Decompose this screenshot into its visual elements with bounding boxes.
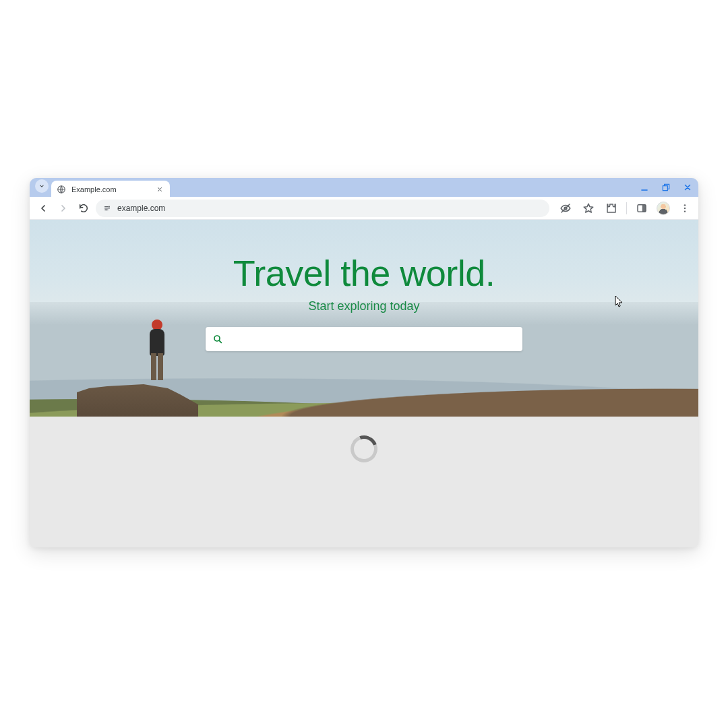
tab-strip: Example.com: [30, 178, 698, 197]
toolbar-divider: [626, 202, 627, 214]
hero-banner: Travel the world. Start exploring today: [30, 220, 698, 417]
hero-cliff-graphic: [77, 376, 198, 417]
menu-button[interactable]: [677, 200, 693, 216]
window-controls: [639, 178, 693, 197]
toolbar-actions: [553, 200, 693, 216]
globe-icon: [57, 185, 66, 194]
eye-off-icon: [559, 202, 572, 214]
svg-point-3: [109, 206, 110, 207]
reload-button[interactable]: [75, 200, 92, 216]
hero-subtitle: Start exploring today: [30, 299, 698, 313]
tab-search-dropdown[interactable]: [35, 179, 49, 193]
svg-rect-7: [642, 204, 646, 212]
mouse-cursor: [615, 295, 624, 309]
hero-search-bar[interactable]: [206, 327, 522, 351]
star-icon: [582, 202, 595, 214]
loading-spinner: [346, 431, 382, 466]
svg-rect-2: [663, 186, 667, 191]
svg-point-10: [684, 210, 686, 212]
browser-window: Example.com: [30, 178, 698, 547]
chevron-down-icon: [38, 183, 45, 189]
extensions-button[interactable]: [603, 200, 619, 216]
incognito-indicator[interactable]: [557, 200, 574, 216]
sidepanel-icon: [636, 202, 648, 214]
puzzle-icon: [605, 202, 617, 214]
svg-point-8: [684, 204, 686, 206]
close-window-button[interactable]: [682, 182, 693, 193]
page-content: Travel the world. Start exploring today: [30, 220, 698, 547]
browser-toolbar: [30, 197, 698, 220]
hero-search-input[interactable]: [230, 327, 516, 351]
profile-avatar[interactable]: [657, 202, 670, 215]
address-bar[interactable]: [96, 200, 549, 217]
minimize-icon: [640, 183, 649, 192]
tab-title: Example.com: [71, 185, 150, 193]
tab-close-button[interactable]: [155, 185, 164, 194]
bookmark-button[interactable]: [580, 200, 597, 216]
browser-tab[interactable]: Example.com: [51, 181, 170, 198]
arrow-right-icon: [58, 203, 69, 214]
url-input[interactable]: [117, 204, 543, 213]
close-icon: [683, 183, 692, 192]
search-icon: [212, 334, 223, 344]
sidepanel-button[interactable]: [634, 200, 650, 216]
reload-icon: [78, 203, 89, 214]
restore-button[interactable]: [661, 182, 671, 193]
site-settings-icon: [102, 204, 112, 213]
restore-icon: [661, 183, 671, 192]
arrow-left-icon: [38, 203, 49, 214]
svg-point-4: [105, 209, 107, 210]
forward-button[interactable]: [55, 200, 71, 216]
page-body: [30, 417, 698, 547]
close-icon: [156, 186, 163, 193]
back-button[interactable]: [35, 200, 51, 216]
minimize-button[interactable]: [639, 182, 650, 193]
more-vert-icon: [679, 203, 690, 214]
hero-title: Travel the world.: [30, 252, 698, 294]
svg-point-9: [684, 207, 686, 208]
